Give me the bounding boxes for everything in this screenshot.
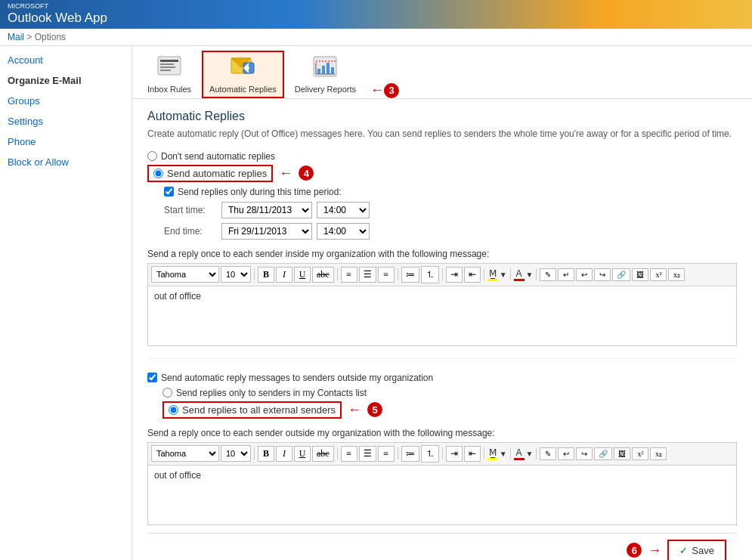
align-right-inside[interactable]: ≡ (378, 267, 395, 283)
italic-btn-outside[interactable]: I (276, 446, 292, 462)
svg-rect-4 (160, 70, 171, 71)
end-time-select[interactable]: 14:00 (317, 223, 370, 240)
inside-org-editor[interactable]: out of office (147, 286, 737, 346)
font-select-inside[interactable]: Tahoma (151, 266, 219, 283)
bullets-inside[interactable]: ≔ (401, 267, 419, 283)
indent-outside[interactable]: ⇥ (446, 446, 463, 462)
annotation-4-arrow: ← (279, 166, 292, 181)
align-center-outside[interactable]: ☰ (359, 446, 376, 462)
end-date-select[interactable]: Fri 29/11/2013 (221, 223, 312, 240)
indent-inside[interactable]: ⇥ (446, 267, 463, 283)
sidebar-item-block-or-allow[interactable]: Block or Allow (0, 152, 132, 172)
highlight-arrow-inside[interactable]: ▼ (500, 271, 507, 279)
svg-rect-14 (322, 66, 325, 74)
sep3 (398, 268, 398, 280)
outdent-inside[interactable]: ⇤ (464, 267, 481, 283)
font-select-outside[interactable]: Tahoma (151, 445, 219, 462)
radio-all-external[interactable] (169, 405, 178, 415)
sidebar-item-phone[interactable]: Phone (0, 131, 132, 152)
align-center-inside[interactable]: ☰ (359, 267, 376, 283)
rte-toolbar-outside: Tahoma 10 B I U abc ≡ ☰ ≡ ≔ ⒈ (147, 442, 737, 465)
indent2-inside[interactable]: ↵ (558, 268, 574, 281)
numbered-outside[interactable]: ⒈ (421, 445, 439, 463)
time-period-section: Send replies only during this time perio… (164, 187, 737, 240)
outdent-outside[interactable]: ⇤ (464, 446, 481, 462)
underline-btn-outside[interactable]: U (294, 446, 311, 462)
annotation-5-arrow: ← (348, 402, 361, 418)
bold-btn-inside[interactable]: B (258, 267, 274, 283)
font-color-outside[interactable]: A (514, 447, 525, 460)
checkbox-time-period[interactable] (164, 187, 174, 196)
start-date-select[interactable]: Thu 28/11/2013 (221, 202, 312, 218)
delivery-reports-icon (312, 55, 338, 83)
align-left-outside[interactable]: ≡ (341, 446, 357, 462)
strikethrough-btn-inside[interactable]: abc (312, 267, 334, 283)
toolbar-automatic-replies[interactable]: Automatic Replies (202, 51, 284, 98)
link-inside[interactable]: 🔗 (612, 268, 630, 281)
save-checkmark-icon: ✓ (679, 545, 688, 556)
svg-rect-0 (158, 57, 181, 75)
outside-org-editor[interactable]: out of office (147, 465, 737, 525)
page-title: Automatic Replies (147, 110, 737, 123)
radio-no-reply-row: Don't send automatic replies (147, 151, 737, 162)
image-outside[interactable]: 🖼 (614, 447, 630, 460)
annotation-6-arrow: → (648, 543, 661, 558)
redo-outside[interactable]: ↪ (576, 447, 593, 460)
toolbar-delivery-reports[interactable]: Delivery Reports (287, 51, 364, 98)
super-inside[interactable]: x² (650, 268, 667, 281)
checkbox-outside-row: Send automatic reply messages to senders… (147, 373, 737, 383)
italic-btn-inside[interactable]: I (276, 267, 292, 283)
numbered-inside[interactable]: ⒈ (421, 266, 439, 283)
font-color-arrow-inside[interactable]: ▼ (526, 271, 534, 279)
highlight-color-inside[interactable]: M̲ (487, 268, 498, 281)
highlight-arrow-outside[interactable]: ▼ (500, 450, 507, 458)
radio-send[interactable] (153, 169, 163, 178)
checkbox-outside[interactable] (147, 373, 157, 382)
edit-btn-inside[interactable]: ✎ (540, 268, 556, 281)
font-color-arrow-outside[interactable]: ▼ (526, 450, 534, 458)
inside-org-text: out of office (154, 291, 201, 302)
sidebar-item-account[interactable]: Account (0, 50, 132, 70)
sidebar-item-settings[interactable]: Settings (0, 111, 132, 131)
toolbar-inbox-rules[interactable]: Inbox Rules (140, 51, 199, 98)
radio-contacts-only[interactable] (162, 388, 172, 398)
undo-outside[interactable]: ↩ (558, 447, 574, 460)
redo-inside[interactable]: ↪ (594, 268, 611, 281)
annotation-5-num: 5 (367, 402, 382, 417)
edit-btn-outside[interactable]: ✎ (540, 447, 556, 460)
highlight-color-outside[interactable]: M̲ (487, 447, 498, 460)
sub-inside[interactable]: x₂ (668, 268, 685, 281)
breadcrumb-mail[interactable]: Mail (8, 32, 24, 42)
breadcrumb: Mail > Options (0, 29, 752, 46)
annotation-6-num: 6 (627, 543, 642, 558)
underline-btn-inside[interactable]: U (294, 267, 311, 283)
save-button[interactable]: ✓ Save (667, 540, 726, 560)
super-outside[interactable]: x² (632, 447, 648, 460)
image-inside[interactable]: 🖼 (632, 268, 648, 281)
sidebar-item-groups[interactable]: Groups (0, 91, 132, 111)
end-time-label: End time: (164, 226, 217, 237)
automatic-replies-label: Automatic Replies (209, 85, 277, 94)
bullets-outside[interactable]: ≔ (401, 446, 419, 462)
sub-outside[interactable]: x₂ (650, 447, 667, 460)
font-size-select-inside[interactable]: 10 (221, 266, 251, 283)
bold-btn-outside[interactable]: B (258, 446, 274, 462)
svg-rect-1 (160, 60, 178, 62)
undo-inside[interactable]: ↩ (576, 268, 593, 281)
font-color-inside[interactable]: A (514, 268, 525, 281)
start-time-select[interactable]: 14:00 (317, 202, 370, 218)
main-content: Inbox Rules Automatic Replies (132, 46, 752, 560)
font-size-select-outside[interactable]: 10 (221, 445, 251, 462)
sep-o7 (536, 447, 537, 459)
content-area: Automatic Replies Create automatic reply… (132, 99, 752, 560)
automatic-replies-icon (230, 55, 255, 83)
radio-no-reply[interactable] (147, 151, 157, 161)
radio-send-highlighted: Send automatic replies (147, 165, 273, 182)
sidebar-item-organize-email[interactable]: Organize E-Mail (0, 70, 132, 91)
link-outside[interactable]: 🔗 (594, 447, 612, 460)
sep-o3 (398, 447, 398, 459)
align-right-outside[interactable]: ≡ (378, 446, 395, 462)
strikethrough-btn-outside[interactable]: abc (312, 446, 334, 462)
outside-org-section: Send automatic reply messages to senders… (147, 358, 737, 525)
align-left-inside[interactable]: ≡ (341, 267, 357, 283)
